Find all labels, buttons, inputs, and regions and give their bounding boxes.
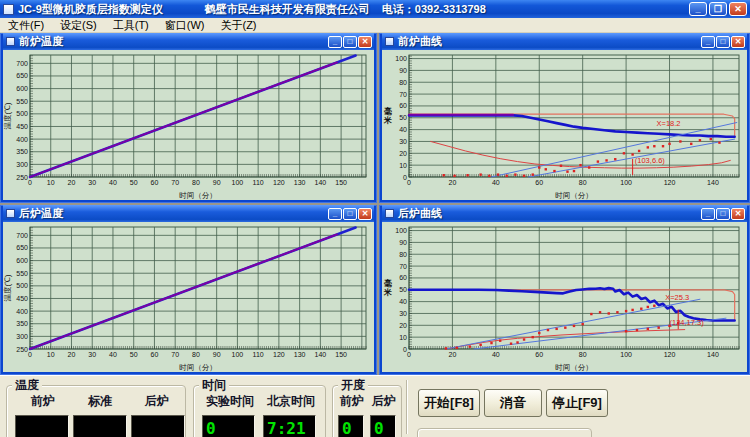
svg-text:温度(℃): 温度(℃) <box>3 102 12 129</box>
close-icon[interactable]: ✕ <box>731 36 745 48</box>
minimize-button[interactable]: _ <box>689 2 707 16</box>
close-icon[interactable]: ✕ <box>358 36 372 48</box>
svg-text:50: 50 <box>130 179 138 186</box>
svg-text:100: 100 <box>620 179 632 186</box>
start-button[interactable]: 开始[F8] <box>418 389 480 417</box>
rear-opening-label: 后炉 <box>370 393 398 410</box>
svg-text:120: 120 <box>664 351 676 358</box>
svg-text:140: 140 <box>707 179 719 186</box>
menu-file[interactable]: 文件(F) <box>0 18 52 33</box>
svg-text:40: 40 <box>399 126 407 133</box>
control-panel: 温度 前炉 标准 后炉 时间 实验时间 北京时间 0 7:21 <box>0 375 750 437</box>
menu-settings[interactable]: 设定(S) <box>52 18 105 33</box>
svg-text:60: 60 <box>399 274 407 281</box>
svg-text:0: 0 <box>28 179 32 186</box>
svg-text:120: 120 <box>273 179 285 186</box>
svg-text:70: 70 <box>399 91 407 98</box>
rear-curve-titlebar[interactable]: 后炉曲线 _ □ ✕ <box>382 205 747 222</box>
svg-text:10: 10 <box>399 334 407 341</box>
maximize-icon[interactable]: □ <box>343 36 357 48</box>
titlebar: JC-9型微机胶质层指数测定仪 鹤壁市民生科技开发有限责任公司 电话：0392-… <box>0 0 750 18</box>
menu-window[interactable]: 窗口(W) <box>157 18 213 33</box>
rear-temp-chart: 0102030405060708090100110120130140150250… <box>3 222 374 372</box>
svg-text:110: 110 <box>253 179 264 186</box>
svg-text:80: 80 <box>579 351 587 358</box>
svg-text:450: 450 <box>16 123 28 130</box>
svg-text:100: 100 <box>620 351 632 358</box>
experiment-time-label: 实验时间 <box>202 393 258 410</box>
svg-text:120: 120 <box>664 179 676 186</box>
minimize-icon[interactable]: _ <box>328 36 342 48</box>
rear-temp-titlebar[interactable]: 后炉温度 _ □ ✕ <box>3 205 374 222</box>
minimize-icon[interactable]: _ <box>701 208 715 220</box>
minimize-icon[interactable]: _ <box>328 208 342 220</box>
chart-window-icon <box>6 37 15 46</box>
front-temp-title: 前炉温度 <box>19 34 63 49</box>
close-button[interactable]: ✕ <box>729 2 747 16</box>
svg-text:100: 100 <box>395 55 407 62</box>
svg-text:米: 米 <box>383 288 392 297</box>
maximize-icon[interactable]: □ <box>716 36 730 48</box>
mute-button[interactable]: 消音 <box>484 389 542 417</box>
svg-text:90: 90 <box>213 351 221 358</box>
svg-text:80: 80 <box>399 79 407 86</box>
rear-curve-plot: 0204060801001201400102030405060708090100… <box>382 222 747 372</box>
svg-text:20: 20 <box>449 351 457 358</box>
maximize-icon[interactable]: □ <box>716 208 730 220</box>
svg-text:150: 150 <box>335 179 347 186</box>
close-icon[interactable]: ✕ <box>358 208 372 220</box>
svg-text:60: 60 <box>151 179 159 186</box>
svg-text:20: 20 <box>68 179 76 186</box>
chart-window-icon <box>385 37 394 46</box>
svg-text:0: 0 <box>407 351 411 358</box>
svg-text:0: 0 <box>28 351 32 358</box>
stop-button[interactable]: 停止[F9] <box>546 389 608 417</box>
close-icon[interactable]: ✕ <box>731 208 745 220</box>
svg-text:10: 10 <box>47 351 55 358</box>
svg-text:700: 700 <box>16 232 28 239</box>
svg-text:100: 100 <box>395 227 407 234</box>
mdi-area: 前炉温度 _ □ ✕ 01020304050607080901001101201… <box>0 33 750 375</box>
svg-text:110: 110 <box>253 351 264 358</box>
svg-text:600: 600 <box>16 257 28 264</box>
menu-tools[interactable]: 工具(T) <box>105 18 157 33</box>
svg-text:0: 0 <box>403 346 407 353</box>
svg-text:100: 100 <box>232 351 244 358</box>
svg-text:300: 300 <box>16 333 28 340</box>
menu-about[interactable]: 关于(Z) <box>212 18 264 33</box>
svg-text:10: 10 <box>399 162 407 169</box>
front-curve-titlebar[interactable]: 前炉曲线 _ □ ✕ <box>382 33 747 50</box>
svg-text:40: 40 <box>109 179 117 186</box>
temperature-group-label: 温度 <box>12 377 42 394</box>
svg-text:0: 0 <box>407 179 411 186</box>
restore-button[interactable]: ❐ <box>709 2 727 16</box>
svg-text:450: 450 <box>16 295 28 302</box>
svg-text:250: 250 <box>16 346 28 353</box>
beijing-time-display: 7:21 <box>263 415 316 437</box>
svg-text:X=25.3: X=25.3 <box>665 293 689 302</box>
maximize-icon[interactable]: □ <box>343 208 357 220</box>
svg-text:60: 60 <box>535 351 543 358</box>
beijing-time-label: 北京时间 <box>262 393 320 410</box>
minimize-icon[interactable]: _ <box>701 36 715 48</box>
svg-text:600: 600 <box>16 85 28 92</box>
bottom-extra-groupbox <box>417 428 592 437</box>
rear-temp-plot: 0102030405060708090100110120130140150250… <box>3 222 374 372</box>
svg-text:80: 80 <box>399 251 407 258</box>
svg-text:毫: 毫 <box>384 278 392 288</box>
standard-temp-display <box>73 415 127 437</box>
svg-text:130: 130 <box>294 179 306 186</box>
front-curve-chart: 0204060801001201400102030405060708090100… <box>382 50 747 200</box>
svg-text:(103,6.6): (103,6.6) <box>635 156 666 165</box>
application-window: JC-9型微机胶质层指数测定仪 鹤壁市民生科技开发有限责任公司 电话：0392-… <box>0 0 750 437</box>
window-front-temp: 前炉温度 _ □ ✕ 01020304050607080901001101201… <box>0 33 377 203</box>
svg-text:20: 20 <box>399 150 407 157</box>
svg-text:40: 40 <box>492 179 500 186</box>
rear-curve-chart: 0204060801001201400102030405060708090100… <box>382 222 747 372</box>
front-temp-titlebar[interactable]: 前炉温度 _ □ ✕ <box>3 33 374 50</box>
company-name: 鹤壁市民生科技开发有限责任公司 <box>205 2 370 17</box>
svg-text:米: 米 <box>383 116 392 125</box>
svg-text:时间（分）: 时间（分） <box>555 363 593 372</box>
opening-group-label: 开度 <box>338 377 368 394</box>
svg-text:140: 140 <box>707 351 719 358</box>
